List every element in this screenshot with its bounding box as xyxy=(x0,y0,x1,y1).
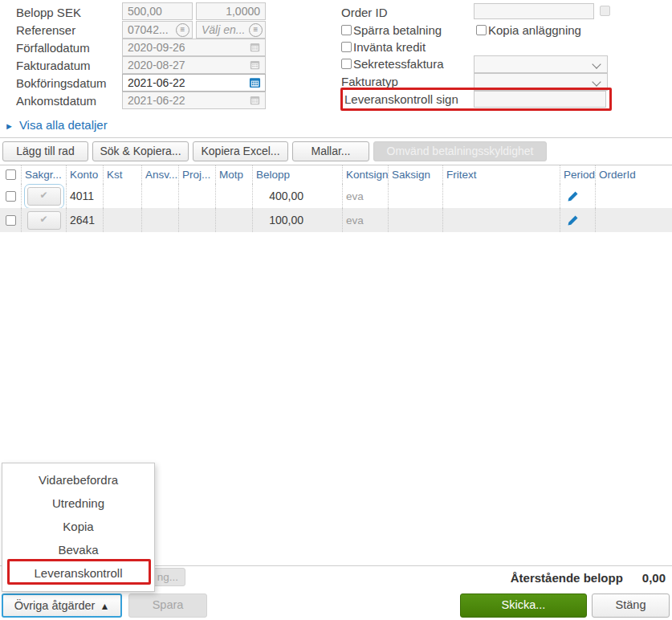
ankomstdatum-label: Ankomstdatum xyxy=(16,94,96,108)
sakgr-check-button[interactable]: ✔ xyxy=(27,187,61,206)
triangle-up-icon: ▲ xyxy=(100,601,109,612)
cell-kontsign[interactable]: eva xyxy=(342,208,388,232)
stang-button[interactable]: Stäng xyxy=(592,593,670,618)
remaining-amount-value: 0,00 xyxy=(642,571,666,585)
kopiera-excel-button[interactable]: Kopiera Excel... xyxy=(193,141,288,161)
sekretessfaktura-checkbox[interactable] xyxy=(341,59,352,69)
skicka-button[interactable]: Skicka... xyxy=(460,593,587,618)
table-header-row: Sakgr... Konto Kst Ansv... Proj... Motp … xyxy=(0,165,672,184)
sekretessfaktura-label: Sekretessfaktura xyxy=(353,57,444,71)
omvand-betalningsskyldighet-button: Omvänd betalningsskyldighet xyxy=(373,141,547,161)
cell-konto[interactable]: 4011 xyxy=(66,184,103,208)
pencil-icon xyxy=(567,214,579,226)
header-ansv[interactable]: Ansv... xyxy=(141,165,178,184)
select-all-checkbox[interactable] xyxy=(6,169,16,180)
bokforingsdatum-input[interactable] xyxy=(122,74,266,92)
pencil-icon xyxy=(567,190,579,202)
row-checkbox[interactable] xyxy=(6,191,16,202)
belopp-sek-input xyxy=(122,2,193,20)
remaining-amount: Återstående belopp 0,00 xyxy=(511,571,666,585)
header-proj[interactable]: Proj... xyxy=(178,165,215,184)
invanta-kredit-label: Invänta kredit xyxy=(353,40,426,54)
calendar-icon[interactable] xyxy=(249,76,261,88)
fakturatyp-label: Fakturatyp xyxy=(341,75,398,88)
kopia-anlaggning-label: Kopia anläggning xyxy=(488,23,581,37)
rows-table: Sakgr... Konto Kst Ansv... Proj... Motp … xyxy=(0,165,672,232)
forfallodatum-input xyxy=(122,39,266,56)
header-belopp[interactable]: Belopp xyxy=(252,165,342,184)
remaining-amount-label: Återstående belopp xyxy=(511,571,623,585)
referens-2-menu-icon: ≡ xyxy=(249,23,263,37)
table-row: ✔ 4011 400,00 eva xyxy=(0,184,672,208)
sparra-betalning-label: Spärra betalning xyxy=(353,23,442,37)
header-motp[interactable]: Motp xyxy=(215,165,252,184)
order-id-input xyxy=(474,3,594,19)
mallar-button[interactable]: Mallar... xyxy=(292,141,369,161)
order-id-checkbox xyxy=(600,6,610,16)
header-konto[interactable]: Konto xyxy=(66,165,103,184)
chevron-down-icon xyxy=(592,59,601,68)
row-checkbox[interactable] xyxy=(6,215,16,226)
header-kst[interactable]: Kst xyxy=(103,165,141,184)
fakturadatum-input xyxy=(122,56,266,74)
leveranskontroll-sign-label: Leveranskontroll sign xyxy=(344,92,458,106)
header-saksign[interactable]: Saksign xyxy=(388,165,442,184)
order-id-label: Order ID xyxy=(341,6,388,19)
leveranskontroll-sign-input xyxy=(474,91,606,108)
menu-item-utredning[interactable]: Utredning xyxy=(2,492,154,515)
calendar-icon xyxy=(250,59,260,70)
header-kontsign[interactable]: Kontsign xyxy=(342,165,388,184)
fakturadatum-label: Fakturadatum xyxy=(16,59,91,72)
spara-button: Spara xyxy=(128,593,207,618)
sakgr-check-button[interactable]: ✔ xyxy=(27,211,61,230)
cell-konto[interactable]: 2641 xyxy=(66,208,103,232)
ovriga-atgarder-menu: Vidarebefordra Utredning Kopia Bevaka Le… xyxy=(2,463,155,592)
visa-alla-detaljer-link[interactable]: ►Visa alla detaljer xyxy=(5,118,108,132)
period-edit-cell[interactable] xyxy=(560,208,595,232)
expand-arrow-icon: ► xyxy=(5,121,14,131)
invanta-kredit-checkbox[interactable] xyxy=(341,42,352,52)
fakturatyp-select[interactable] xyxy=(474,73,608,91)
sparra-betalning-checkbox[interactable] xyxy=(341,25,352,35)
sok-kopiera-button[interactable]: Sök & Kopiera... xyxy=(92,141,189,161)
kopia-anlaggning-checkbox[interactable] xyxy=(476,25,487,35)
ovriga-atgarder-button[interactable]: Övriga åtgärder▲ xyxy=(2,593,122,618)
menu-item-bevaka[interactable]: Bevaka xyxy=(2,538,154,561)
divider xyxy=(0,137,672,138)
cell-belopp[interactable]: 400,00 xyxy=(252,184,342,208)
referens-1-menu-icon: ≡ xyxy=(176,23,189,37)
table-row: ✔ 2641 100,00 eva xyxy=(0,208,672,232)
header-sakgr[interactable]: Sakgr... xyxy=(21,165,66,184)
lagg-till-rad-button[interactable]: Lägg till rad xyxy=(2,141,88,161)
header-period[interactable]: Period xyxy=(560,165,595,184)
cell-kontsign[interactable]: eva xyxy=(342,184,388,208)
chevron-down-icon xyxy=(592,77,601,86)
period-edit-cell[interactable] xyxy=(560,184,595,208)
bokforingsdatum-label: Bokföringsdatum xyxy=(16,76,107,90)
ankomstdatum-input xyxy=(122,92,266,109)
sekretessfaktura-select[interactable] xyxy=(474,55,608,73)
menu-item-vidarebefordra[interactable]: Vidarebefordra xyxy=(2,468,154,492)
kurs-input xyxy=(196,2,266,20)
belopp-sek-label: Belopp SEK xyxy=(16,6,81,19)
calendar-icon xyxy=(250,42,260,52)
header-fritext[interactable]: Fritext xyxy=(442,165,560,184)
header-orderid[interactable]: OrderId xyxy=(595,165,672,184)
menu-item-leveranskontroll[interactable]: Leveranskontroll xyxy=(2,561,154,585)
referenser-label: Referenser xyxy=(16,23,75,37)
calendar-icon xyxy=(250,95,260,105)
cell-belopp[interactable]: 100,00 xyxy=(252,208,342,232)
forfallodatum-label: Förfallodatum xyxy=(16,41,90,55)
menu-item-kopia[interactable]: Kopia xyxy=(2,515,154,538)
invoice-detail-screen: Belopp SEK Referenser ≡ ≡ Förfallodatum … xyxy=(0,0,672,620)
